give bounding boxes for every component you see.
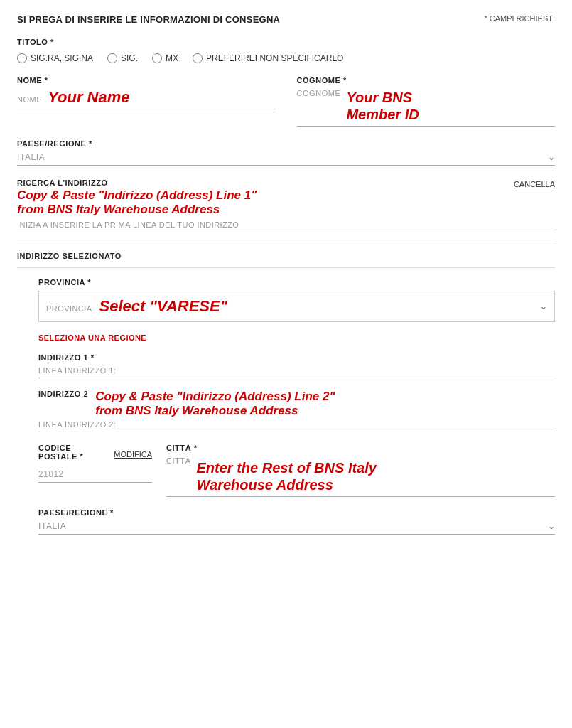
indirizzo-selezionato-section: INDIRIZZO SELEZIONATO PROVINCIA * PROVIN…	[17, 252, 555, 535]
codice-postale-label: CODICE POSTALE *	[38, 444, 107, 461]
indirizzo1-input[interactable]: LINEA INDIRIZZO 1:	[38, 366, 555, 378]
radio-sig-ra[interactable]: SIG.RA, SIG.NA	[17, 53, 93, 63]
cognome-annotation: Your BNS Member ID	[346, 89, 419, 123]
ricerca-header: RICERCA L'INDIRIZZO Copy & Paste "Indiri…	[17, 178, 555, 218]
paese-regione-top-chevron-down-icon: ⌄	[548, 152, 555, 162]
cognome-label: COGNOME *	[297, 76, 556, 85]
cognome-placeholder: COGNOME	[297, 89, 341, 97]
radio-non-spec-label: PREFERIREI NON SPECIFICARLO	[206, 53, 343, 63]
indirizzo1-label: INDIRIZZO 1 *	[38, 353, 555, 362]
titolo-required-star: *	[50, 38, 54, 46]
citta-placeholder: CITTÀ	[166, 456, 191, 465]
codice-postale-group: CODICE POSTALE * MODIFICA 21012	[38, 444, 152, 483]
cognome-required-star: *	[343, 76, 347, 85]
citta-annotation: Enter the Rest of BNS Italy Warehouse Ad…	[197, 459, 377, 493]
citta-required-star: *	[194, 444, 198, 452]
paese-regione-bottom-value: ITALIA	[38, 521, 66, 531]
provincia-annotation: Select "VARESE"	[99, 297, 227, 316]
provincia-section: PROVINCIA * PROVINCIA Select "VARESE" ⌄	[38, 278, 555, 322]
paese-regione-bottom-required-star: *	[110, 508, 114, 517]
indirizzo2-annotation-line2: from BNS Italy Warehouse Address	[95, 404, 335, 418]
indirizzo1-required-star: *	[91, 353, 95, 362]
paese-regione-top-label: PAESE/REGIONE *	[17, 139, 555, 148]
paese-regione-top-value: ITALIA	[17, 152, 45, 162]
paese-regione-bottom-label: PAESE/REGIONE *	[38, 508, 555, 517]
modifica-button[interactable]: MODIFICA	[114, 450, 152, 459]
ricerca-annotation: Copy & Paste "Indirizzo (Address) Line 1…	[17, 188, 257, 218]
titolo-section: TITOLO * SIG.RA, SIG.NA SIG. MX PREFERIR…	[17, 38, 555, 63]
ricerca-annotation-line1: Copy & Paste "Indirizzo (Address) Line 1…	[17, 188, 257, 203]
cognome-input-wrapper[interactable]: COGNOME Your BNS Member ID	[297, 89, 556, 127]
nome-group: NOME * NOME Your Name	[17, 76, 276, 109]
page-title: SI PREGA DI INSERIRE LE INFORMAZIONI DI …	[17, 14, 280, 25]
cancella-button[interactable]: CANCELLA	[514, 180, 555, 188]
radio-sig-ra-label: SIG.RA, SIG.NA	[31, 53, 93, 63]
radio-sig-ra-input[interactable]	[17, 53, 27, 63]
nome-placeholder: NOME	[17, 95, 42, 104]
nome-required-star: *	[45, 76, 48, 85]
cognome-group: COGNOME * COGNOME Your BNS Member ID	[297, 76, 556, 127]
ricerca-label-annotation: RICERCA L'INDIRIZZO Copy & Paste "Indiri…	[17, 178, 257, 218]
paese-regione-top-section: PAESE/REGIONE * ITALIA ⌄	[17, 139, 555, 166]
cognome-annotation-line1: Your BNS	[346, 89, 419, 106]
provincia-chevron-down-icon: ⌄	[540, 301, 547, 311]
indirizzo2-input[interactable]: LINEA INDIRIZZO 2:	[38, 420, 555, 432]
radio-mx[interactable]: MX	[152, 53, 178, 63]
nome-annotation: Your Name	[48, 89, 129, 106]
indirizzo1-section: INDIRIZZO 1 * LINEA INDIRIZZO 1:	[38, 353, 555, 378]
titolo-radio-group: SIG.RA, SIG.NA SIG. MX PREFERIREI NON SP…	[17, 53, 555, 63]
cognome-annotation-line2: Member ID	[346, 106, 419, 123]
codice-postale-label-row: CODICE POSTALE * MODIFICA	[38, 444, 152, 465]
indirizzo2-annotation: Copy & Paste "Indirizzo (Address) Line 2…	[95, 390, 335, 419]
ricerca-annotation-line2: from BNS Italy Warehouse Address	[17, 203, 257, 217]
provincia-placeholder: PROVINCIA	[46, 304, 92, 313]
paese-regione-top-select[interactable]: ITALIA ⌄	[17, 152, 555, 166]
ricerca-label: RICERCA L'INDIRIZZO	[17, 178, 257, 187]
provincia-select[interactable]: PROVINCIA Select "VARESE" ⌄	[38, 291, 555, 322]
citta-group: CITTÀ * CITTÀ Enter the Rest of BNS Ital…	[166, 444, 555, 497]
page-header: SI PREGA DI INSERIRE LE INFORMAZIONI DI …	[17, 14, 555, 25]
radio-sig[interactable]: SIG.	[107, 53, 138, 63]
required-note: * CAMPI RICHIESTI	[484, 14, 555, 23]
indirizzo2-section: INDIRIZZO 2 Copy & Paste "Indirizzo (Add…	[38, 390, 555, 432]
paese-regione-bottom-section: PAESE/REGIONE * ITALIA ⌄	[38, 508, 555, 535]
nome-label: NOME *	[17, 76, 276, 85]
citta-input-wrapper[interactable]: CITTÀ Enter the Rest of BNS Italy Wareho…	[166, 456, 555, 497]
indirizzo2-annotation-line1: Copy & Paste "Indirizzo (Address) Line 2…	[95, 390, 335, 404]
radio-mx-input[interactable]	[152, 53, 162, 63]
provincia-left: PROVINCIA Select "VARESE"	[46, 297, 227, 316]
paese-regione-top-required-star: *	[89, 139, 92, 148]
radio-sig-label: SIG.	[121, 53, 138, 63]
codice-citta-row: CODICE POSTALE * MODIFICA 21012 CITTÀ * …	[38, 444, 555, 497]
provincia-label: PROVINCIA *	[38, 278, 555, 287]
citta-annotation-line1: Enter the Rest of BNS Italy	[197, 459, 377, 476]
ricerca-indirizzo-input[interactable]: INIZIA A INSERIRE LA PRIMA LINEA DEL TUO…	[17, 220, 555, 232]
indirizzo2-field-label: INDIRIZZO 2	[38, 390, 88, 398]
paese-regione-bottom-select[interactable]: ITALIA ⌄	[38, 521, 555, 535]
citta-label: CITTÀ *	[166, 444, 555, 452]
indirizzo-inner: PROVINCIA * PROVINCIA Select "VARESE" ⌄ …	[17, 278, 555, 535]
ricerca-indirizzo-section: RICERCA L'INDIRIZZO Copy & Paste "Indiri…	[17, 178, 555, 240]
paese-regione-bottom-chevron-down-icon: ⌄	[548, 521, 555, 531]
titolo-label: TITOLO *	[17, 38, 555, 46]
seleziona-regione: SELEZIONA UNA REGIONE	[38, 333, 555, 342]
codice-postale-value: 21012	[38, 469, 152, 483]
citta-annotation-line2: Warehouse Address	[197, 476, 377, 493]
radio-non-spec[interactable]: PREFERIREI NON SPECIFICARLO	[193, 53, 343, 63]
radio-mx-label: MX	[166, 53, 178, 63]
indirizzo2-label-row: INDIRIZZO 2 Copy & Paste "Indirizzo (Add…	[38, 390, 555, 419]
nome-input-wrapper[interactable]: NOME Your Name	[17, 89, 276, 109]
codice-postale-required-star: *	[80, 452, 84, 461]
provincia-required-star: *	[87, 278, 91, 287]
radio-sig-input[interactable]	[107, 53, 117, 63]
radio-non-spec-input[interactable]	[193, 53, 203, 63]
nome-cognome-row: NOME * NOME Your Name COGNOME * COGNOME …	[17, 76, 555, 127]
indirizzo2-label: INDIRIZZO 2	[38, 390, 88, 402]
indirizzo-selezionato-label: INDIRIZZO SELEZIONATO	[17, 252, 555, 268]
